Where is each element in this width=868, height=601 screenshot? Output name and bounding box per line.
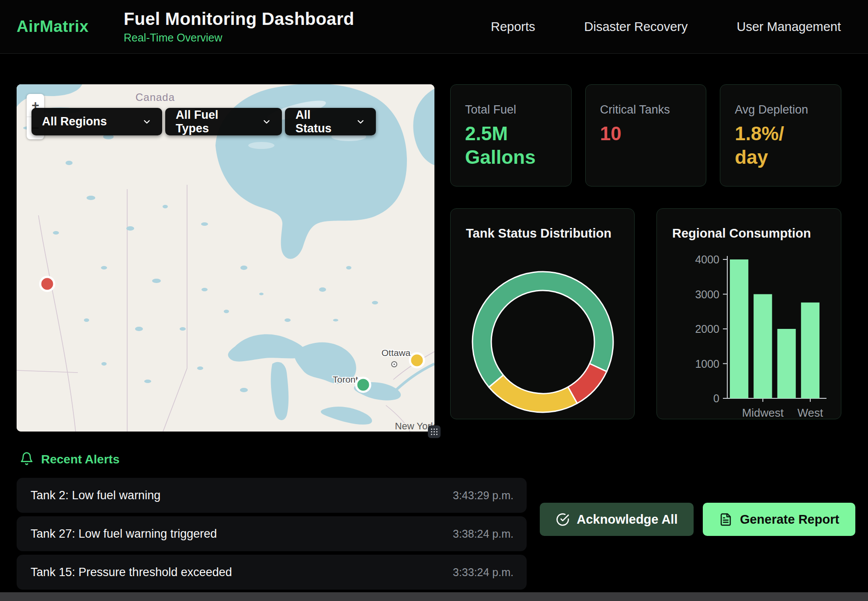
- right-column: Total Fuel 2.5MGallons Critical Tanks 10…: [450, 84, 841, 432]
- generate-report-button[interactable]: Generate Report: [703, 503, 855, 536]
- bar-west[interactable]: [801, 303, 819, 398]
- y-tick-label: 3000: [695, 288, 719, 300]
- map[interactable]: Canada Ottawa Toronto New York: [17, 84, 434, 432]
- y-tick-label: 1000: [695, 358, 719, 370]
- alerts-header: Recent Alerts: [20, 452, 868, 467]
- stat-value-critical-tanks: 10: [600, 122, 693, 145]
- alert-text: Tank 27: Low fuel warning triggered: [31, 527, 217, 541]
- x-tick-label: Midwest: [742, 406, 784, 419]
- region-filter-value: All Regions: [42, 115, 107, 128]
- status-filter-dropdown[interactable]: All Status: [285, 108, 376, 135]
- stat-card-total-fuel: Total Fuel 2.5MGallons: [450, 84, 572, 187]
- fuel-type-filter-dropdown[interactable]: All Fuel Types: [165, 108, 282, 135]
- chevron-down-icon: [262, 117, 271, 127]
- app-logo: AirMatrix: [17, 17, 124, 36]
- map-label-ottawa: Ottawa: [382, 348, 411, 358]
- fuel-monitoring-dashboard: AirMatrix Fuel Monitoring Dashboard Real…: [0, 0, 868, 601]
- alert-row[interactable]: Tank 27: Low fuel warning triggered 3:38…: [17, 516, 527, 551]
- map-label-canada: Canada: [135, 91, 175, 103]
- region-filter-dropdown[interactable]: All Regions: [31, 108, 162, 135]
- tank-status-chart-card: Tank Status Distribution: [450, 208, 635, 419]
- bar-chart-title: Regional Consumption: [657, 209, 841, 241]
- alert-time: 3:43:29 p.m.: [453, 489, 514, 502]
- main-content: Canada Ottawa Toronto New York + −: [17, 84, 841, 432]
- y-tick-label: 2000: [695, 323, 719, 335]
- alerts-title: Recent Alerts: [41, 452, 119, 466]
- map-resize-handle[interactable]: [428, 425, 441, 438]
- stat-label: Critical Tanks: [600, 103, 693, 117]
- y-tick-label: 0: [713, 392, 719, 404]
- header: AirMatrix Fuel Monitoring Dashboard Real…: [0, 0, 868, 54]
- y-tick-label: 4000: [695, 253, 719, 266]
- chevron-down-icon: [356, 117, 365, 127]
- alerts-body: Tank 2: Low fuel warning 3:43:29 p.m. Ta…: [17, 478, 855, 590]
- stat-value-avg-depletion: 1.8%/day: [735, 122, 828, 169]
- donut-chart-title: Tank Status Distribution: [451, 209, 634, 241]
- alert-time: 3:38:24 p.m.: [453, 528, 514, 540]
- tank-marker-warning[interactable]: [410, 353, 424, 367]
- main-nav: Reports Disaster Recovery User Managemen…: [491, 20, 841, 34]
- alert-row[interactable]: Tank 2: Low fuel warning 3:43:29 p.m.: [17, 478, 527, 513]
- alerts-list: Tank 2: Low fuel warning 3:43:29 p.m. Ta…: [17, 478, 527, 590]
- alert-time: 3:33:24 p.m.: [453, 566, 514, 579]
- bottom-scrollbar[interactable]: [0, 592, 868, 601]
- page-subtitle: Real-Time Overview: [124, 31, 354, 44]
- file-text-icon: [719, 513, 733, 526]
- page-title: Fuel Monitoring Dashboard: [124, 9, 354, 29]
- bell-icon: [20, 452, 34, 467]
- alert-text: Tank 2: Low fuel warning: [31, 489, 160, 502]
- stat-label: Total Fuel: [465, 103, 558, 117]
- bar-region-1[interactable]: [730, 259, 748, 398]
- stats-row: Total Fuel 2.5MGallons Critical Tanks 10…: [450, 84, 841, 187]
- stat-card-avg-depletion: Avg Depletion 1.8%/day: [720, 84, 841, 187]
- acknowledge-all-button[interactable]: Acknowledge All: [540, 503, 694, 536]
- alert-text: Tank 15: Pressure threshold exceeded: [31, 566, 232, 579]
- donut-segment-warning[interactable]: [489, 375, 577, 412]
- tank-marker-critical[interactable]: [40, 277, 54, 291]
- nav-user-management[interactable]: User Management: [736, 20, 841, 34]
- bar-midwest[interactable]: [753, 294, 772, 399]
- fuel-type-filter-value: All Fuel Types: [176, 108, 254, 135]
- charts-row: Tank Status Distribution Regional Consum…: [450, 208, 841, 419]
- regional-consumption-chart-card: Regional Consumption 01000200030004000Mi…: [656, 208, 841, 419]
- x-tick-label: West: [797, 406, 823, 419]
- tank-marker-normal[interactable]: [356, 378, 370, 392]
- map-panel: Canada Ottawa Toronto New York + −: [17, 84, 434, 432]
- stat-value-total-fuel: 2.5MGallons: [465, 122, 558, 169]
- alert-row[interactable]: Tank 15: Pressure threshold exceeded 3:3…: [17, 555, 527, 590]
- stat-card-critical-tanks: Critical Tanks 10: [585, 84, 707, 187]
- map-filters: All Regions All Fuel Types All Status: [31, 108, 376, 135]
- title-block: Fuel Monitoring Dashboard Real-Time Over…: [124, 9, 354, 44]
- bar-region-3[interactable]: [778, 329, 796, 398]
- nav-disaster-recovery[interactable]: Disaster Recovery: [584, 20, 688, 34]
- check-circle-icon: [556, 513, 569, 526]
- nav-reports[interactable]: Reports: [491, 20, 535, 34]
- stat-label: Avg Depletion: [735, 103, 828, 117]
- chevron-down-icon: [142, 117, 152, 127]
- alerts-actions: Acknowledge All Generate Report: [540, 503, 855, 590]
- status-filter-value: All Status: [295, 108, 348, 135]
